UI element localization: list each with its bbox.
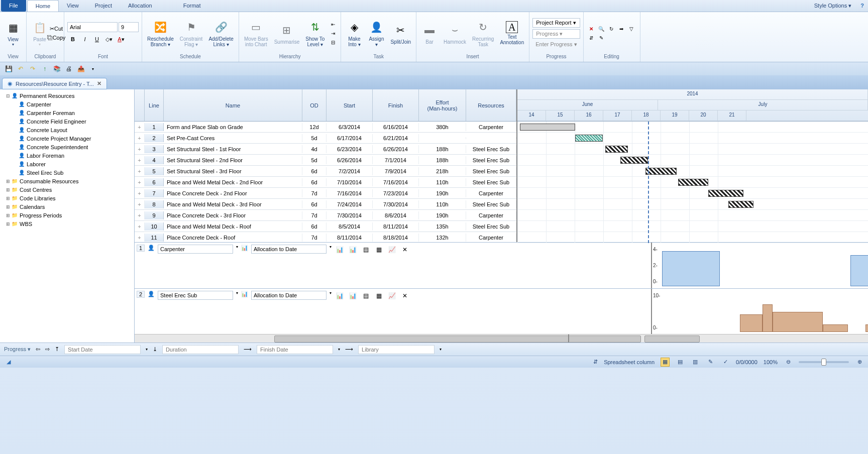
gantt-bar[interactable]: [605, 146, 628, 153]
progress-dropdown[interactable]: Progress ▾: [4, 346, 31, 353]
style-options-menu[interactable]: Style Options ▾: [809, 0, 856, 12]
gantt-bar[interactable]: [728, 201, 753, 208]
tree-item[interactable]: 👤Laborer: [2, 160, 132, 168]
enter-progress-button[interactable]: Enter Progress ▾: [532, 40, 580, 49]
next-button[interactable]: ⇨: [45, 346, 50, 353]
tree-item[interactable]: 👤Carpenter Foreman: [2, 108, 132, 117]
tree-folder[interactable]: ⊞📁Consumable Resources: [2, 177, 132, 185]
gantt-bar[interactable]: [575, 135, 603, 142]
table-row[interactable]: + 8 Place and Weld Metal Deck - 3rd Floo…: [135, 199, 516, 210]
table-row[interactable]: + 10 Place and Weld Metal Deck - Roof 6d…: [135, 221, 516, 232]
gantt-row[interactable]: [517, 144, 868, 155]
show-to-level-button[interactable]: ⇅Show To Level ▾: [303, 18, 327, 48]
reschedule-button[interactable]: 🔀Reschedule Branch ▾: [145, 18, 176, 48]
histo-2-resource-select[interactable]: Steel Erec Sub: [158, 291, 233, 300]
font-name-select[interactable]: [67, 22, 118, 32]
save-button[interactable]: 💾: [4, 64, 13, 73]
tab-file[interactable]: File: [1, 0, 26, 12]
paste-button[interactable]: 📋 Paste ▾: [30, 19, 50, 48]
task-grid[interactable]: Line Name OD Start Finish Effort (Man-ho…: [135, 89, 516, 242]
gantt-bar[interactable]: [678, 179, 708, 186]
histo-btn-5[interactable]: 📈: [387, 291, 397, 301]
col-header-od[interactable]: OD: [302, 89, 327, 121]
histo-1-resource-select[interactable]: Carpenter: [158, 245, 233, 254]
tree-item[interactable]: 👤Concrete Layout: [2, 126, 132, 134]
start-date-field[interactable]: [64, 345, 141, 354]
gantt-row[interactable]: [517, 210, 868, 221]
histo-btn-1[interactable]: 📊: [335, 291, 345, 301]
tree-item[interactable]: 👤Concrete Field Engineer: [2, 117, 132, 126]
table-row[interactable]: + 6 Place and Weld Metal Deck - 2nd Floo…: [135, 177, 516, 188]
gantt-row[interactable]: [517, 122, 868, 133]
view-button[interactable]: ▦ View ▾: [3, 19, 23, 48]
font-color-button[interactable]: A▾: [116, 34, 127, 44]
indent-right-button[interactable]: ⇥: [329, 29, 338, 37]
gantt-row[interactable]: [517, 133, 868, 144]
constraint-flag-button[interactable]: ⚑Constraint Flag ▾: [178, 18, 205, 48]
progress-select[interactable]: Progress ▾: [532, 29, 580, 39]
gantt-bar[interactable]: [620, 157, 648, 164]
histo-btn-3[interactable]: ▤: [361, 291, 371, 301]
print-button[interactable]: 🖨: [64, 64, 73, 73]
replace-button[interactable]: ↻: [607, 25, 616, 33]
fill-color-button[interactable]: ◇▾: [103, 34, 115, 44]
gantt-row[interactable]: [517, 199, 868, 210]
prev-button[interactable]: ⇦: [36, 346, 40, 353]
histo-btn-1[interactable]: 📊: [335, 245, 345, 255]
add-delete-links-button[interactable]: 🔗Add/Delete Links ▾: [206, 18, 235, 48]
histo-btn-2[interactable]: 📊: [348, 245, 358, 255]
col-header-line[interactable]: Line: [145, 89, 164, 121]
table-row[interactable]: + 1 Form and Place Slab on Grade 12d 6/3…: [135, 122, 516, 133]
tree-folder[interactable]: ⊞📁Calendars: [2, 202, 132, 211]
outdent-button[interactable]: ⊟: [329, 38, 338, 46]
gantt-row[interactable]: [517, 221, 868, 232]
cut-button[interactable]: ✂ Cut: [52, 25, 61, 33]
close-tab-button[interactable]: ✕: [97, 80, 101, 87]
table-row[interactable]: + 5 Set Structural Steel - 3rd Floor 6d …: [135, 166, 516, 177]
make-into-button[interactable]: ◈Make Into ▾: [344, 18, 364, 48]
font-size-select[interactable]: [119, 22, 139, 32]
tree-item[interactable]: 👤Concrete Project Manager: [2, 134, 132, 143]
books-button[interactable]: 📚: [52, 64, 61, 73]
bold-button[interactable]: B: [67, 34, 78, 44]
gantt-bar[interactable]: [520, 124, 575, 131]
tree-root[interactable]: ⊟👤Permanent Resources: [2, 91, 132, 100]
histo-btn-5[interactable]: 📈: [387, 245, 397, 255]
histo-btn-6[interactable]: ✕: [400, 291, 410, 301]
gantt-chart[interactable]: 2014 June July 1415161718192021: [516, 89, 868, 242]
histo-btn-3[interactable]: ▤: [361, 245, 371, 255]
split-join-button[interactable]: ✂Split/Join: [388, 21, 413, 46]
table-row[interactable]: + 4 Set Structural Steel - 2nd Floor 5d …: [135, 155, 516, 166]
duration-field[interactable]: [162, 345, 239, 354]
tab-allocation[interactable]: Allocation: [120, 0, 160, 12]
italic-button[interactable]: I: [79, 34, 90, 44]
project-report-button[interactable]: Project Report ▾: [532, 18, 580, 28]
view-mode-4[interactable]: ✎: [706, 358, 715, 367]
find-button[interactable]: 🔍: [597, 25, 606, 33]
histo-btn-4[interactable]: ▦: [374, 291, 384, 301]
view-mode-5[interactable]: ✓: [721, 358, 730, 367]
gantt-row[interactable]: [517, 166, 868, 177]
up-button[interactable]: ↑: [40, 64, 49, 73]
tree-item[interactable]: 👤Steel Erec Sub: [2, 168, 132, 177]
tree-item[interactable]: 👤Labor Foreman: [2, 151, 132, 160]
export-button[interactable]: 📤: [76, 64, 85, 73]
tree-folder[interactable]: ⊞📁Progress Periods: [2, 211, 132, 219]
zoom-slider[interactable]: [799, 361, 849, 363]
tree-folder[interactable]: ⊞📁Code Libraries: [2, 194, 132, 202]
delete-button[interactable]: ✕: [587, 25, 596, 33]
sync-icon[interactable]: ◢: [4, 358, 13, 367]
gantt-row[interactable]: [517, 232, 868, 243]
col-header-finish[interactable]: Finish: [373, 89, 419, 121]
histo-btn-6[interactable]: ✕: [400, 245, 410, 255]
table-row[interactable]: + 11 Place Concrete Deck - Roof 7d 8/11/…: [135, 232, 516, 242]
bar-button[interactable]: ▬Bar: [419, 21, 440, 46]
assign-button[interactable]: 👤Assign ▾: [366, 18, 386, 48]
goto-button[interactable]: ➡: [617, 25, 626, 33]
tab-format[interactable]: Format: [175, 0, 209, 12]
zoom-in-button[interactable]: ⊕: [855, 358, 864, 367]
copy-button[interactable]: ⿻ Copy: [52, 34, 61, 42]
undo-button[interactable]: ↶: [16, 64, 25, 73]
redo-button[interactable]: ↷: [28, 64, 37, 73]
horizontal-scrollbar[interactable]: [135, 334, 868, 343]
